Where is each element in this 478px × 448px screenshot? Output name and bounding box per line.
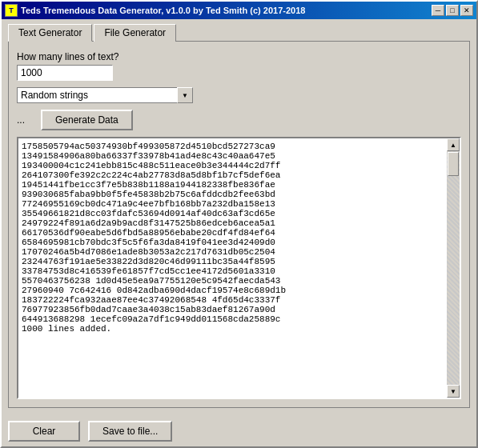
- bottom-bar: Clear Save to file...: [2, 414, 476, 446]
- generate-button[interactable]: Generate Data: [41, 110, 133, 130]
- tab-text-generator[interactable]: Text Generator: [8, 24, 92, 42]
- save-button[interactable]: Save to file...: [88, 421, 172, 442]
- scroll-thumb[interactable]: [448, 152, 459, 176]
- scroll-up-button[interactable]: ▲: [447, 138, 460, 151]
- type-select[interactable]: Random strings Random numbers Random nam…: [17, 87, 193, 103]
- scroll-down-button[interactable]: ▼: [447, 385, 460, 398]
- scroll-track[interactable]: [447, 151, 460, 385]
- type-group: Random strings Random numbers Random nam…: [17, 87, 461, 103]
- clear-button[interactable]: Clear: [8, 421, 80, 442]
- window-content: Text Generator File Generator How many l…: [2, 19, 476, 414]
- maximize-button[interactable]: □: [446, 5, 459, 16]
- window-title: Teds Tremendous Data Generator, v1.0.0 b…: [21, 6, 305, 15]
- tab-content: How many lines of text? Random strings R…: [8, 41, 470, 408]
- tab-file-generator[interactable]: File Generator: [94, 24, 176, 42]
- lines-group: How many lines of text?: [17, 51, 461, 81]
- type-select-wrapper: Random strings Random numbers Random nam…: [17, 87, 193, 103]
- ellipsis-label: ...: [17, 114, 25, 126]
- minimize-button[interactable]: ─: [432, 5, 444, 16]
- lines-label: How many lines of text?: [17, 51, 461, 62]
- close-button[interactable]: ✕: [460, 5, 473, 16]
- output-area-wrapper: ▲ ▼: [17, 137, 461, 399]
- output-textarea[interactable]: [18, 138, 447, 398]
- main-window: T Teds Tremendous Data Generator, v1.0.0…: [0, 0, 478, 448]
- lines-input[interactable]: [17, 65, 113, 81]
- vertical-scrollbar[interactable]: ▲ ▼: [447, 138, 460, 398]
- app-icon: T: [5, 4, 18, 17]
- tab-bar: Text Generator File Generator: [8, 24, 470, 42]
- title-bar-left: T Teds Tremendous Data Generator, v1.0.0…: [5, 4, 305, 17]
- title-bar: T Teds Tremendous Data Generator, v1.0.0…: [2, 2, 476, 19]
- window-controls: ─ □ ✕: [432, 5, 473, 16]
- generate-row: ... Generate Data: [17, 110, 461, 130]
